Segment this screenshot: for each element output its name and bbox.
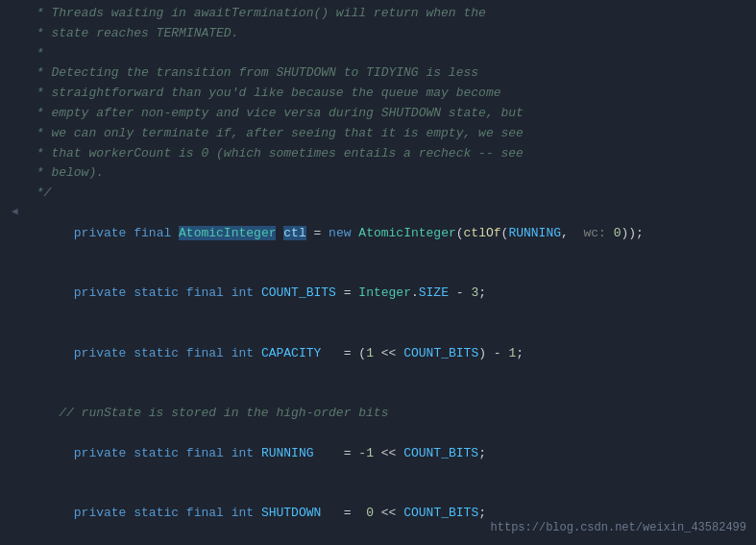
code-line: * state reaches TERMINATED.: [0, 24, 756, 44]
fold-icon: ◀: [12, 204, 18, 221]
code-line-comment-runstate: // runState is stored in the high-order …: [0, 404, 756, 424]
code-line: * empty after non-empty and vice versa d…: [0, 104, 756, 124]
code-line: * straightforward than you'd like becaus…: [0, 84, 756, 104]
code-line-ctl: ◀ private final AtomicInteger ctl = new …: [0, 204, 756, 263]
code-line: * Threads waiting in awaitTermination() …: [0, 4, 756, 24]
code-line-count-bits: private static final int COUNT_BITS = In…: [0, 263, 756, 323]
code-line: */: [0, 184, 756, 204]
code-line-blank: [0, 384, 756, 404]
code-line-running: private static final int RUNNING = -1 <<…: [0, 424, 756, 483]
watermark: https://blog.csdn.net/weixin_43582499: [491, 519, 746, 537]
code-container: * Threads waiting in awaitTermination() …: [0, 0, 756, 545]
code-line: * below).: [0, 163, 756, 184]
code-line-capacity: private static final int CAPACITY = (1 <…: [0, 324, 756, 384]
code-line: * Detecting the transition from SHUTDOWN…: [0, 63, 756, 84]
code-line: * we can only terminate if, after seeing…: [0, 124, 756, 144]
code-line: * that workerCount is 0 (which sometimes…: [0, 144, 756, 164]
code-line: *: [0, 44, 756, 64]
